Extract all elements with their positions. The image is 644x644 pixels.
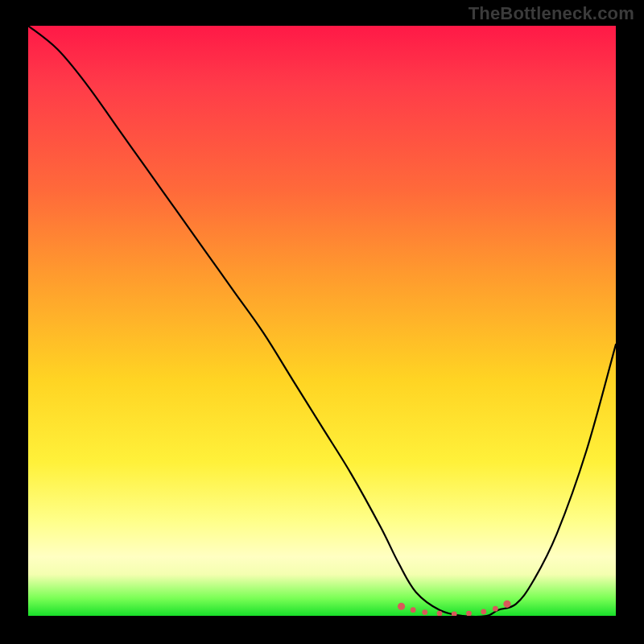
- bottleneck-curve: [28, 26, 616, 616]
- accent-dot: [493, 606, 498, 612]
- accent-dot: [422, 609, 427, 615]
- accent-dot: [398, 603, 405, 610]
- chart-frame: TheBottleneck.com: [0, 0, 644, 644]
- watermark-text: TheBottleneck.com: [469, 3, 634, 24]
- accent-dot: [452, 611, 457, 616]
- accent-dot: [466, 611, 472, 616]
- accent-dot: [503, 601, 510, 608]
- plot-area: [28, 26, 616, 616]
- curve-layer: [28, 26, 616, 616]
- accent-dot: [481, 609, 486, 614]
- accent-dot: [411, 607, 416, 613]
